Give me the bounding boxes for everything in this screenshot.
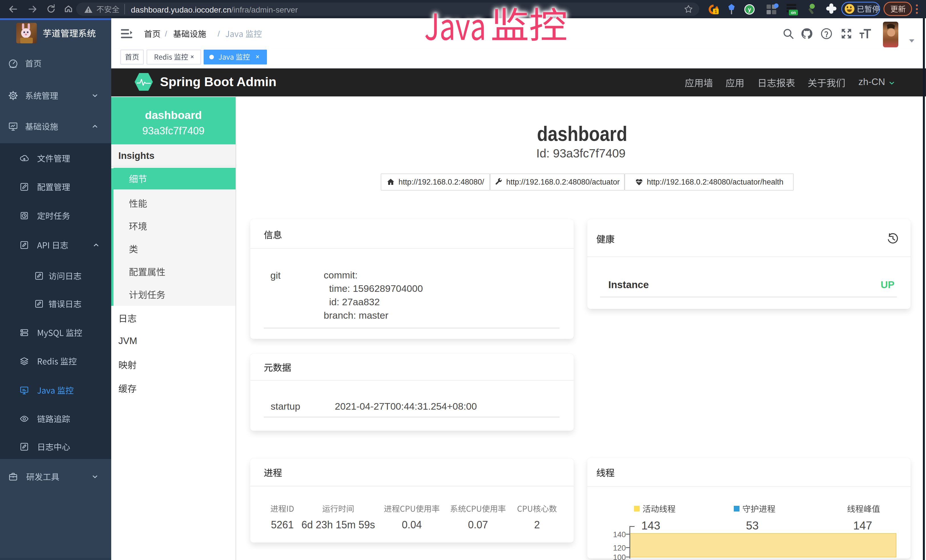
svg-text:on: on — [791, 10, 796, 15]
svg-text:y: y — [748, 6, 751, 12]
svg-text:1: 1 — [715, 9, 717, 14]
